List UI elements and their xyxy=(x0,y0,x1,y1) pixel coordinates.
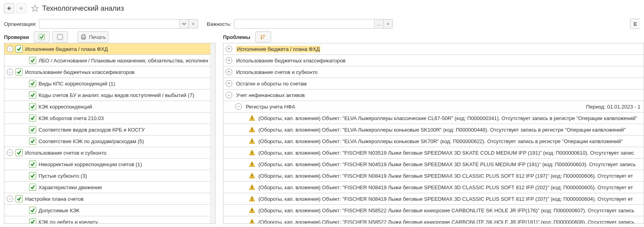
problem-group-row[interactable]: –Учет нефинансовых активов xyxy=(223,89,644,101)
importance-ellipsis-button[interactable]: ... xyxy=(374,19,384,29)
tree-checkbox[interactable] xyxy=(29,126,36,133)
tree-row[interactable]: Допустимые КЭК xyxy=(4,205,215,216)
importance-clear-button[interactable]: × xyxy=(384,19,393,29)
importance-combo[interactable]: ... × xyxy=(234,19,393,29)
tree-row[interactable]: Пустые субконто (3) xyxy=(4,170,215,182)
tree-row[interactable]: Коды счетов БУ и аналит. коды видов пост… xyxy=(4,89,215,101)
problem-item-row[interactable]: (Обороты, кап. вложения) Объект: "FISCHE… xyxy=(223,159,644,170)
problem-item-row[interactable]: (Обороты, кап. вложения) Объект: "FISCHE… xyxy=(223,182,644,193)
group-toggle-icon[interactable]: + xyxy=(226,46,232,52)
tree-checkbox[interactable] xyxy=(29,207,36,214)
tree-checkbox[interactable] xyxy=(29,161,36,168)
tree-toggle-placeholder xyxy=(21,161,27,167)
problems-list[interactable]: +Исполнение бюджета / плана ФХД+Использо… xyxy=(223,43,644,223)
organization-input[interactable] xyxy=(39,19,179,29)
tree-row[interactable]: –Настройки плана счетов xyxy=(4,193,215,205)
tree-row[interactable]: Некорректные корреспонденции счетов (1) xyxy=(4,159,215,170)
problem-group-row[interactable]: +Использование бюджетных классификаторов xyxy=(223,55,644,66)
tree-row[interactable]: –Исполнение бюджета / плана ФХД xyxy=(4,43,215,55)
tree-toggle-icon[interactable]: – xyxy=(7,149,13,156)
tree-item-label: Соответствие видов расходов КРБ и КОСГУ xyxy=(39,127,145,133)
tree-toggle-placeholder xyxy=(21,127,27,132)
tree-item-label: КЭК оборотов счета 210.03 xyxy=(39,115,104,121)
nav-back-button[interactable] xyxy=(4,3,14,14)
tree-row[interactable]: Характеристики движения xyxy=(4,182,215,193)
tree-checkbox[interactable] xyxy=(16,68,23,76)
problem-item-row[interactable]: (Обороты, кап. вложения) Объект: "ELVA Л… xyxy=(223,136,644,147)
tree-checkbox[interactable] xyxy=(29,80,36,87)
tree-row[interactable]: КЭК оборотов счета 210.03 xyxy=(4,113,215,124)
problem-group-label: Остатки и обороты по счетам xyxy=(236,81,307,87)
svg-rect-11 xyxy=(252,140,252,142)
warning-icon xyxy=(249,149,255,156)
warning-icon xyxy=(249,219,255,224)
tree-checkbox[interactable] xyxy=(16,149,23,156)
tree-row[interactable]: –Использование счетов и субконто xyxy=(4,147,215,159)
organization-combo[interactable]: × xyxy=(39,19,198,29)
warning-icon xyxy=(249,173,255,179)
problems-panel: Проблемы +Исполнение бюджета / плана ФХД… xyxy=(223,31,644,224)
tree-row[interactable]: –Использование бюджетных классификаторов xyxy=(4,66,215,78)
tree-scrollbar[interactable] xyxy=(210,43,215,223)
svg-rect-21 xyxy=(252,198,252,200)
problem-group-row[interactable]: +Использование счетов и субконто xyxy=(223,66,644,78)
tree-row[interactable]: Соответствие КЭК по доходам/расходам (5) xyxy=(4,136,215,147)
tree-checkbox[interactable] xyxy=(29,218,36,223)
tree-toggle-icon[interactable]: – xyxy=(7,196,13,202)
group-toggle-icon[interactable]: – xyxy=(226,92,232,98)
nav-forward-button[interactable] xyxy=(16,3,26,14)
problems-sort-button[interactable] xyxy=(255,31,271,43)
tree-toggle-placeholder xyxy=(21,219,27,223)
check-all-button[interactable] xyxy=(34,31,50,43)
tree-row[interactable]: ЛБО / Ассигнования / Плановые назначения… xyxy=(4,55,215,66)
tree-toggle-icon[interactable]: – xyxy=(7,69,13,75)
tree-checkbox[interactable] xyxy=(29,91,36,99)
tree-checkbox[interactable] xyxy=(29,138,36,145)
tree-row[interactable]: Виды КПС корреспонденций (1) xyxy=(4,78,215,89)
checks-tree[interactable]: –Исполнение бюджета / плана ФХДЛБО / Асс… xyxy=(4,43,215,223)
tree-checkbox[interactable] xyxy=(16,195,23,202)
problem-item-row[interactable]: (Обороты, кап. вложения) Объект: "FISCHE… xyxy=(223,216,644,224)
problem-group-row[interactable]: –Регистры учета НФАПериод: 01.01.2023 - … xyxy=(223,101,644,113)
tree-item-label: Характеристики движения xyxy=(39,184,102,190)
uncheck-all-button[interactable] xyxy=(52,31,68,43)
problem-item-row[interactable]: (Обороты, кап. вложения) Объект: "FISCHE… xyxy=(223,205,644,216)
problem-group-label: Исполнение бюджета / плана ФХД xyxy=(236,46,320,52)
tree-row[interactable]: Соответствие видов расходов КРБ и КОСГУ xyxy=(4,124,215,136)
problem-group-row[interactable]: +Исполнение бюджета / плана ФХД xyxy=(223,43,644,55)
tree-item-label: Использование счетов и субконто xyxy=(25,150,107,156)
importance-input[interactable] xyxy=(234,19,374,29)
svg-rect-24 xyxy=(252,211,252,212)
tree-checkbox[interactable] xyxy=(16,45,23,52)
tree-toggle-placeholder xyxy=(21,92,27,98)
svg-rect-13 xyxy=(252,151,252,153)
problem-item-row[interactable]: (Обороты, кап. вложения) Объект: "ELVA Л… xyxy=(223,124,644,136)
problem-group-row[interactable]: +Остатки и обороты по счетам xyxy=(223,78,644,89)
tree-toggle-placeholder xyxy=(21,138,27,144)
group-toggle-icon[interactable]: + xyxy=(226,80,232,87)
tree-checkbox[interactable] xyxy=(29,57,36,64)
group-toggle-icon[interactable]: + xyxy=(226,57,232,64)
problem-item-text: (Обороты, кап. вложения) Объект: "ELVA Л… xyxy=(258,138,623,144)
problem-group-label: Использование счетов и субконто xyxy=(236,69,318,75)
organization-dropdown-button[interactable] xyxy=(179,19,189,29)
tree-row[interactable]: КЭК по дебету и кредиту xyxy=(4,216,215,223)
group-toggle-icon[interactable]: – xyxy=(235,103,242,110)
group-toggle-icon[interactable]: + xyxy=(226,69,232,75)
tree-checkbox[interactable] xyxy=(29,103,36,110)
organization-clear-button[interactable]: × xyxy=(189,19,198,29)
problem-item-row[interactable]: (Обороты, кап. вложения) Объект: "FISCHE… xyxy=(223,193,644,205)
tree-checkbox[interactable] xyxy=(29,172,36,179)
problem-item-row[interactable]: (Обороты, кап. вложения) Объект: "FISCHE… xyxy=(223,170,644,182)
favorite-icon[interactable] xyxy=(30,4,40,13)
filter-right-button[interactable]: Е xyxy=(630,19,640,29)
print-button[interactable]: Печать xyxy=(78,31,109,43)
tree-toggle-icon[interactable]: – xyxy=(7,46,13,52)
problem-item-row[interactable]: (Обороты, кап. вложения) Объект: "ELVA Л… xyxy=(223,113,644,124)
tree-checkbox[interactable] xyxy=(29,184,36,191)
problem-item-row[interactable]: (Обороты, кап. вложения) Объект: "FISCHE… xyxy=(223,147,644,159)
tree-row[interactable]: КЭК корреспонденций xyxy=(4,101,215,113)
tree-checkbox[interactable] xyxy=(29,114,36,122)
problem-item-text: (Обороты, кап. вложения) Объект: "FISCHE… xyxy=(258,219,634,224)
warning-icon xyxy=(249,184,255,190)
